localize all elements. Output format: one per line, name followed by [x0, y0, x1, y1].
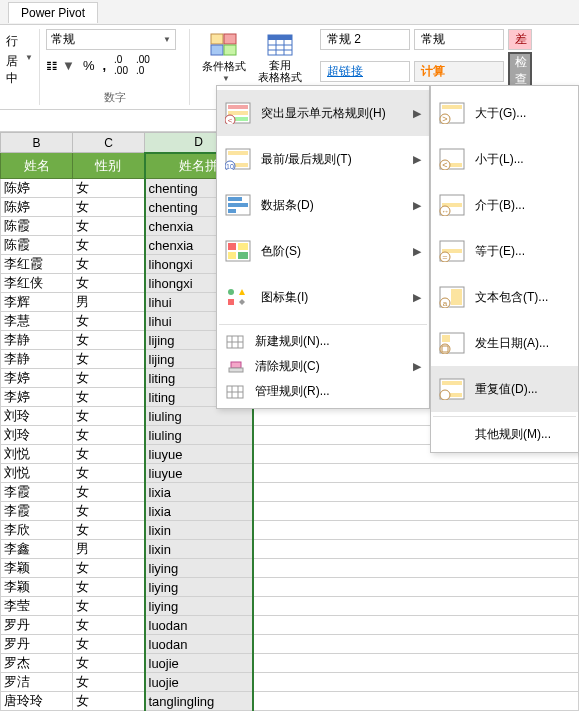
cell-gender[interactable]: 女	[73, 483, 145, 502]
cell-empty[interactable]	[253, 483, 579, 502]
table-row[interactable]: 李霞女lixia	[1, 483, 579, 502]
cell-pinyin[interactable]: tanglingling	[145, 692, 253, 711]
cell-name[interactable]: 李红霞	[1, 255, 73, 274]
cell-name[interactable]: 李婷	[1, 388, 73, 407]
cell-gender[interactable]: 女	[73, 255, 145, 274]
menu-date-occurring[interactable]: 发生日期(A)...	[431, 320, 578, 366]
cell-gender[interactable]: 女	[73, 597, 145, 616]
cell-empty[interactable]	[253, 692, 579, 711]
cell-pinyin[interactable]: luojie	[145, 673, 253, 692]
cell-name[interactable]: 刘悦	[1, 445, 73, 464]
menu-data-bars[interactable]: 数据条(D) ▶	[217, 182, 429, 228]
cell-pinyin[interactable]: liuling	[145, 407, 253, 426]
cell-gender[interactable]: 女	[73, 426, 145, 445]
cell-empty[interactable]	[253, 540, 579, 559]
table-row[interactable]: 唐玲玲女tanglingling	[1, 692, 579, 711]
cell-gender[interactable]: 女	[73, 635, 145, 654]
cell-gender[interactable]: 男	[73, 540, 145, 559]
cell-empty[interactable]	[253, 635, 579, 654]
cell-gender[interactable]: 女	[73, 388, 145, 407]
menu-top-bottom-rules[interactable]: 10 最前/最后规则(T) ▶	[217, 136, 429, 182]
table-row[interactable]: 李霞女lixia	[1, 502, 579, 521]
table-row[interactable]: 李颖女liying	[1, 559, 579, 578]
cell-pinyin[interactable]: luodan	[145, 616, 253, 635]
cell-gender[interactable]: 女	[73, 407, 145, 426]
table-row[interactable]: 罗丹女luodan	[1, 616, 579, 635]
cell-name[interactable]: 陈霞	[1, 217, 73, 236]
style-hyperlink[interactable]: 超链接	[320, 61, 410, 82]
cell-empty[interactable]	[253, 559, 579, 578]
menu-more-rules[interactable]: 其他规则(M)...	[431, 421, 578, 448]
cell-gender[interactable]: 女	[73, 369, 145, 388]
cell-gender[interactable]: 女	[73, 654, 145, 673]
cell-name[interactable]: 李婷	[1, 369, 73, 388]
table-row[interactable]: 刘悦女liuyue	[1, 464, 579, 483]
cell-gender[interactable]: 女	[73, 559, 145, 578]
chevron-down-icon[interactable]: ▼	[25, 53, 33, 87]
table-row[interactable]: 罗丹女luodan	[1, 635, 579, 654]
cell-empty[interactable]	[253, 521, 579, 540]
cell-name[interactable]: 陈霞	[1, 236, 73, 255]
percent-icon[interactable]: %	[83, 58, 95, 73]
tab-power-pivot[interactable]: Power Pivot	[8, 2, 98, 23]
cell-gender[interactable]: 女	[73, 198, 145, 217]
number-format-combo[interactable]: 常规 ▼	[46, 29, 176, 50]
table-row[interactable]: 李鑫男lixin	[1, 540, 579, 559]
menu-less-than[interactable]: < 小于(L)...	[431, 136, 578, 182]
cell-pinyin[interactable]: liuyue	[145, 464, 253, 483]
cell-gender[interactable]: 女	[73, 236, 145, 255]
cell-empty[interactable]	[253, 654, 579, 673]
table-row[interactable]: 罗杰女luojie	[1, 654, 579, 673]
cell-name[interactable]: 陈婷	[1, 198, 73, 217]
cell-name[interactable]: 李欣	[1, 521, 73, 540]
menu-highlight-cells-rules[interactable]: < 突出显示单元格规则(H) ▶	[217, 90, 429, 136]
cell-pinyin[interactable]: liuyue	[145, 445, 253, 464]
menu-greater-than[interactable]: > 大于(G)...	[431, 90, 578, 136]
cell-gender[interactable]: 女	[73, 350, 145, 369]
column-header-c[interactable]: C	[73, 133, 145, 153]
cell-pinyin[interactable]: lixin	[145, 521, 253, 540]
style-calculation[interactable]: 计算	[414, 61, 504, 82]
cell-gender[interactable]: 女	[73, 692, 145, 711]
table-row[interactable]: 李颖女liying	[1, 578, 579, 597]
menu-text-contains[interactable]: a 文本包含(T)...	[431, 274, 578, 320]
menu-color-scales[interactable]: 色阶(S) ▶	[217, 228, 429, 274]
cell-gender[interactable]: 女	[73, 312, 145, 331]
cell-gender[interactable]: 女	[73, 179, 145, 198]
cell-name[interactable]: 刘玲	[1, 407, 73, 426]
cell-name[interactable]: 罗杰	[1, 654, 73, 673]
cell-name[interactable]: 李霞	[1, 483, 73, 502]
cell-gender[interactable]: 女	[73, 521, 145, 540]
menu-icon-sets[interactable]: 图标集(I) ▶	[217, 274, 429, 320]
table-row[interactable]: 罗洁女luojie	[1, 673, 579, 692]
cell-gender[interactable]: 女	[73, 673, 145, 692]
menu-equal-to[interactable]: = 等于(E)...	[431, 228, 578, 274]
cell-name[interactable]: 唐玲玲	[1, 692, 73, 711]
cell-empty[interactable]	[253, 578, 579, 597]
cell-name[interactable]: 刘玲	[1, 426, 73, 445]
cell-name[interactable]: 李辉	[1, 293, 73, 312]
align-center-label[interactable]: 居中	[6, 53, 19, 87]
increase-decimal-icon[interactable]: .0.00	[114, 54, 128, 76]
cell-pinyin[interactable]: liying	[145, 559, 253, 578]
cell-gender[interactable]: 女	[73, 274, 145, 293]
data-header-gender[interactable]: 性别	[73, 153, 145, 179]
data-header-name[interactable]: 姓名	[1, 153, 73, 179]
cell-name[interactable]: 罗丹	[1, 635, 73, 654]
table-row[interactable]: 李莹女liying	[1, 597, 579, 616]
cell-gender[interactable]: 女	[73, 578, 145, 597]
cell-gender[interactable]: 男	[73, 293, 145, 312]
cell-pinyin[interactable]: luojie	[145, 654, 253, 673]
cell-name[interactable]: 李慧	[1, 312, 73, 331]
cell-gender[interactable]: 女	[73, 331, 145, 350]
cell-name[interactable]: 罗丹	[1, 616, 73, 635]
style-bad[interactable]: 差	[508, 29, 532, 50]
cell-pinyin[interactable]: liying	[145, 578, 253, 597]
menu-duplicate-values[interactable]: 重复值(D)...	[431, 366, 578, 412]
cell-pinyin[interactable]: lixia	[145, 483, 253, 502]
cell-gender[interactable]: 女	[73, 217, 145, 236]
cell-name[interactable]: 李静	[1, 331, 73, 350]
style-normal2[interactable]: 常规 2	[320, 29, 410, 50]
cell-empty[interactable]	[253, 502, 579, 521]
menu-between[interactable]: ↔ 介于(B)...	[431, 182, 578, 228]
